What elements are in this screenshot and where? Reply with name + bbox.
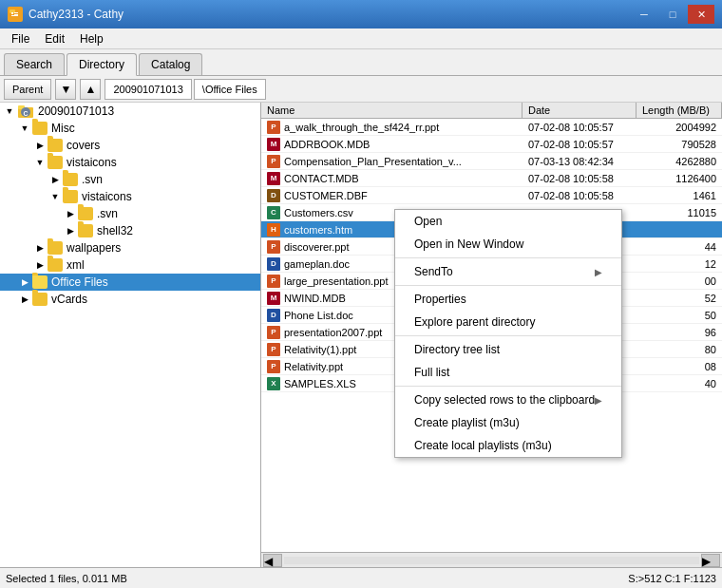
file-cell-name: DCUSTOMER.DBF	[261, 189, 522, 202]
ctx-item[interactable]: Explore parent directory	[395, 311, 621, 333]
tree-toggle-xml[interactable]: ▶	[32, 257, 48, 273]
file-row[interactable]: DCUSTOMER.DBF07-02-08 10:05:581461	[261, 187, 722, 204]
file-type-icon: D	[267, 309, 280, 322]
tab-catalog[interactable]: Catalog	[139, 53, 202, 75]
back-button[interactable]: ▼	[55, 79, 76, 100]
hscroll-left[interactable]: ◀	[263, 554, 282, 567]
file-cell-length: 1461	[636, 190, 722, 201]
ctx-item-label: Copy selected rows to the clipboard	[414, 393, 595, 407]
tree-toggle-root[interactable]: ▼	[2, 104, 17, 119]
file-cell-length: 12	[636, 258, 722, 270]
forward-button[interactable]: ▲	[80, 79, 101, 100]
file-cell-name: MCONTACT.MDB	[261, 172, 522, 185]
maximize-button[interactable]: □	[659, 5, 686, 24]
file-name: CUSTOMER.DBF	[284, 190, 368, 201]
menu-edit[interactable]: Edit	[37, 30, 72, 47]
ctx-item-label: Open in New Window	[414, 237, 523, 251]
tree-label-svn-4: .svn	[95, 207, 118, 220]
col-header-length[interactable]: Length (MB/B)	[636, 103, 722, 118]
ctx-separator	[395, 335, 621, 336]
title-bar: Cathy2313 - Cathy ─ □ ✕	[0, 0, 722, 28]
ctx-item[interactable]: Copy selected rows to the clipboard▶	[395, 389, 621, 411]
file-cell-length: 40	[636, 378, 722, 389]
folder-icon-office	[32, 275, 48, 289]
horizontal-scrollbar[interactable]: ◀ ▶	[261, 552, 722, 567]
tree-office-files[interactable]: ▶ Office Files	[0, 274, 260, 291]
tree-xml[interactable]: ▶ xml	[0, 256, 260, 274]
toolbar: Parent ▼ ▲ 200901071013 \Office Files	[0, 76, 722, 103]
file-row[interactable]: PCompensation_Plan_Presentation_v...07-0…	[261, 153, 722, 170]
tab-directory[interactable]: Directory	[66, 53, 137, 76]
ctx-item-arrow: ▶	[595, 267, 602, 277]
tree-covers[interactable]: ▶ covers	[0, 137, 260, 154]
file-type-icon: H	[267, 223, 280, 237]
ctx-item[interactable]: Create local playlists (m3u)	[395, 434, 621, 457]
ctx-item-label: Directory tree list	[414, 343, 500, 356]
tabs-bar: Search Directory Catalog	[0, 49, 722, 76]
tree-misc[interactable]: ▼ Misc	[0, 120, 260, 137]
tree-toggle-vistaicons-2[interactable]: ▼	[32, 155, 48, 170]
col-header-name[interactable]: Name	[261, 103, 522, 118]
tree-toggle-wallpapers[interactable]: ▶	[32, 240, 48, 256]
file-name: presentation2007.ppt	[284, 327, 382, 338]
tree-toggle-vcards[interactable]: ▶	[17, 292, 32, 307]
ctx-item[interactable]: Properties	[395, 288, 621, 311]
ctx-item[interactable]: SendTo▶	[395, 260, 621, 283]
tree-vistaicons-3[interactable]: ▼ vistaicons	[0, 188, 260, 205]
ctx-item[interactable]: Directory tree list	[395, 338, 621, 361]
ctx-item[interactable]: Full list	[395, 361, 621, 384]
tree-vcards[interactable]: ▶ vCards	[0, 291, 260, 308]
file-row[interactable]: Pa_walk_through_the_sf424_rr.ppt07-02-08…	[261, 119, 722, 136]
tree-toggle-shell32[interactable]: ▶	[63, 223, 78, 238]
tree-toggle-vistaicons-3[interactable]: ▼	[48, 189, 63, 204]
ctx-item[interactable]: Open	[395, 210, 621, 233]
file-name: customers.htm	[284, 224, 352, 236]
tree-vistaicons-2[interactable]: ▼ vistaicons	[0, 154, 260, 171]
tree-panel: ▼ C 200901071013 ▼ Misc ▶ covers	[0, 103, 261, 567]
ctx-item-label: Full list	[414, 366, 449, 379]
file-cell-length: 96	[636, 327, 722, 338]
menu-file[interactable]: File	[4, 30, 37, 47]
ctx-item-label: Properties	[414, 293, 466, 306]
tree-label-office: Office Files	[49, 275, 108, 289]
tree-wallpapers[interactable]: ▶ wallpapers	[0, 239, 260, 256]
col-header-date[interactable]: Date	[522, 103, 636, 118]
tree-svn-3[interactable]: ▶ .svn	[0, 171, 260, 188]
window-title: Cathy2313 - Cathy	[28, 8, 124, 21]
file-type-icon: X	[267, 377, 280, 390]
hscroll-right[interactable]: ▶	[701, 554, 720, 567]
file-cell-name: MADDRBOOK.MDB	[261, 138, 522, 151]
minimize-button[interactable]: ─	[631, 5, 657, 24]
file-cell-length: 11015	[636, 207, 722, 218]
tree-toggle-svn-4[interactable]: ▶	[63, 206, 78, 221]
close-button[interactable]: ✕	[688, 5, 714, 24]
file-row[interactable]: MADDRBOOK.MDB07-02-08 10:05:57790528	[261, 136, 722, 153]
file-row[interactable]: MCONTACT.MDB07-02-08 10:05:581126400	[261, 170, 722, 187]
tree-label-covers: covers	[65, 139, 100, 152]
path-segment-2[interactable]: \Office Files	[194, 79, 266, 100]
title-bar-left: Cathy2313 - Cathy	[8, 7, 124, 22]
tree-svn-4[interactable]: ▶ .svn	[0, 205, 260, 222]
tab-search[interactable]: Search	[4, 53, 65, 75]
tree-toggle-office[interactable]: ▶	[17, 275, 32, 290]
tree-label-misc: Misc	[49, 122, 75, 135]
context-menu: OpenOpen in New WindowSendTo▶PropertiesE…	[394, 209, 622, 458]
ctx-item[interactable]: Open in New Window	[395, 233, 621, 256]
tree-toggle-misc[interactable]: ▼	[17, 121, 32, 136]
menu-bar: File Edit Help	[0, 28, 722, 49]
menu-help[interactable]: Help	[72, 30, 111, 47]
file-cell-length: 4262880	[636, 156, 722, 167]
tree-root[interactable]: ▼ C 200901071013	[0, 103, 260, 120]
status-left: Selected 1 files, 0.011 MB	[6, 573, 127, 584]
file-name: a_walk_through_the_sf424_rr.ppt	[284, 122, 439, 133]
tree-toggle-covers[interactable]: ▶	[32, 138, 48, 153]
tree-toggle-svn-3[interactable]: ▶	[48, 172, 63, 187]
parent-button[interactable]: Parent	[4, 79, 51, 100]
ctx-item[interactable]: Create playlist (m3u)	[395, 411, 621, 434]
file-type-icon: P	[267, 360, 280, 373]
file-name: gameplan.doc	[284, 258, 350, 270]
tree-shell32[interactable]: ▶ shell32	[0, 222, 260, 239]
svg-text:C: C	[23, 110, 28, 117]
path-segment-1[interactable]: 200901071013	[104, 79, 191, 100]
folder-icon-vistaicons-2	[48, 156, 63, 169]
